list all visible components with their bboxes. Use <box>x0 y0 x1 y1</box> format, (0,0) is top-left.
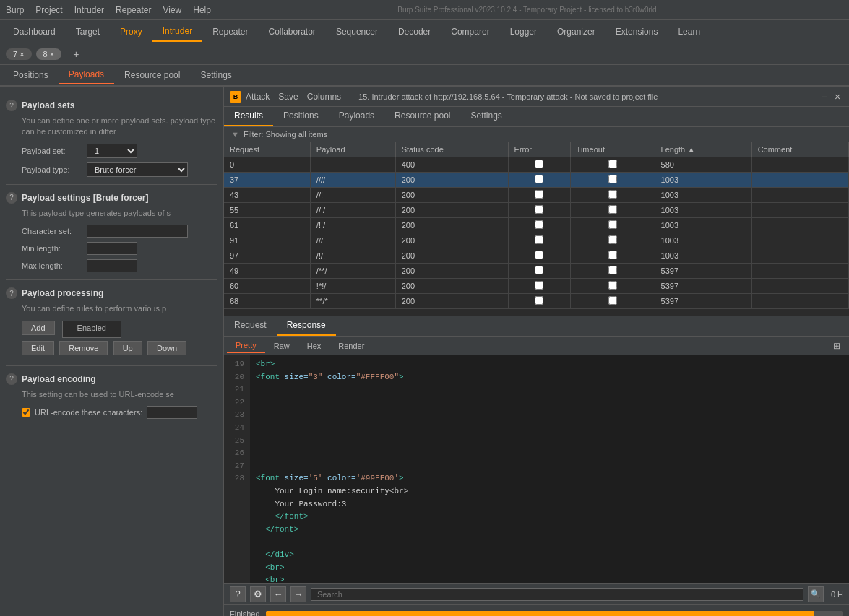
close-button[interactable]: × <box>835 92 843 101</box>
payload-type-select[interactable]: Brute forcer Simple list <box>87 162 188 177</box>
search-button[interactable]: 🔍 <box>808 586 824 602</box>
col-error[interactable]: Error <box>508 142 570 157</box>
max-length-input[interactable]: 4 <box>87 259 137 272</box>
tab-learn[interactable]: Learn <box>668 22 710 41</box>
search-input[interactable] <box>311 588 803 601</box>
attack-tab-results[interactable]: Results <box>224 107 273 126</box>
tab-proxy[interactable]: Proxy <box>110 22 152 41</box>
attack-menu-attack[interactable]: Attack <box>246 92 270 102</box>
minimize-button[interactable]: − <box>822 92 830 101</box>
attack-menu-save[interactable]: Save <box>278 92 298 102</box>
remove-rule-button[interactable]: Remove <box>59 341 108 355</box>
cell-timeout[interactable] <box>570 264 655 279</box>
payload-set-select[interactable]: 1 2 <box>87 144 137 158</box>
tab-target[interactable]: Target <box>66 22 110 41</box>
menu-burp[interactable]: Burp <box>6 5 24 15</box>
page-tab-8[interactable]: 8 × <box>36 48 62 60</box>
attack-tab-positions[interactable]: Positions <box>273 107 329 126</box>
tab-dashboard[interactable]: Dashboard <box>3 22 66 41</box>
col-request[interactable]: Request <box>224 142 310 157</box>
tab-extensions[interactable]: Extensions <box>605 22 668 41</box>
attack-tab-resource-pool[interactable]: Resource pool <box>384 107 460 126</box>
subtab-settings[interactable]: Settings <box>190 66 241 84</box>
cell-error[interactable] <box>508 264 570 279</box>
menu-intruder[interactable]: Intruder <box>74 5 104 15</box>
down-rule-button[interactable]: Down <box>147 341 186 355</box>
edit-rule-button[interactable]: Edit <box>22 341 54 355</box>
attack-tab-payloads[interactable]: Payloads <box>329 107 384 126</box>
col-payload[interactable]: Payload <box>310 142 395 157</box>
col-timeout[interactable]: Timeout <box>570 142 655 157</box>
col-length[interactable]: Length ▲ <box>655 142 751 157</box>
table-row[interactable]: 97 /!/! 200 1003 <box>224 248 849 264</box>
cell-error[interactable] <box>508 233 570 248</box>
up-rule-button[interactable]: Up <box>113 341 142 355</box>
table-row[interactable]: 0 400 580 <box>224 157 849 173</box>
col-status[interactable]: Status code <box>395 142 508 157</box>
col-comment[interactable]: Comment <box>751 142 848 157</box>
cell-timeout[interactable] <box>570 248 655 264</box>
table-row[interactable]: 49 /**/ 200 5397 <box>224 264 849 279</box>
cell-error[interactable] <box>508 218 570 233</box>
min-length-input[interactable]: 2 <box>87 242 137 255</box>
render-tab-hex[interactable]: Hex <box>298 339 330 352</box>
cell-timeout[interactable] <box>570 233 655 248</box>
cell-error[interactable] <box>508 279 570 294</box>
cell-timeout[interactable] <box>570 218 655 233</box>
subtab-positions[interactable]: Positions <box>3 66 59 84</box>
tab-decoder[interactable]: Decoder <box>388 22 441 41</box>
menu-view[interactable]: View <box>163 5 181 15</box>
render-options-icon[interactable]: ⊞ <box>827 339 846 352</box>
add-rule-button[interactable]: Add <box>22 321 55 335</box>
tab-intruder[interactable]: Intruder <box>152 22 202 42</box>
help-icon-btn[interactable]: ? <box>230 586 246 602</box>
cell-error[interactable] <box>508 294 570 309</box>
char-set-input[interactable]: /*! <box>87 225 188 238</box>
menu-project[interactable]: Project <box>35 5 62 15</box>
table-row[interactable]: 55 //!/ 200 1003 <box>224 203 849 218</box>
cell-timeout[interactable] <box>570 188 655 203</box>
cell-error[interactable] <box>508 173 570 188</box>
table-row[interactable]: 37 //// 200 1003 <box>224 173 849 188</box>
table-row[interactable]: 91 ///! 200 1003 <box>224 233 849 248</box>
back-button[interactable]: ← <box>270 586 286 602</box>
rr-tab-response[interactable]: Response <box>277 316 336 336</box>
url-encode-chars-input[interactable]: \^=<> <box>147 406 197 419</box>
cell-timeout[interactable] <box>570 203 655 218</box>
cell-timeout[interactable] <box>570 294 655 309</box>
cell-error[interactable] <box>508 203 570 218</box>
render-tab-pretty[interactable]: Pretty <box>227 339 265 353</box>
rr-tab-request[interactable]: Request <box>224 316 277 336</box>
cell-error[interactable] <box>508 157 570 173</box>
menu-help[interactable]: Help <box>193 5 211 15</box>
render-tab-raw[interactable]: Raw <box>265 339 298 352</box>
table-row[interactable]: 60 !*!/ 200 5397 <box>224 279 849 294</box>
attack-tab-settings[interactable]: Settings <box>460 107 512 126</box>
cell-error[interactable] <box>508 248 570 264</box>
table-row[interactable]: 68 **/* 200 5397 <box>224 294 849 309</box>
url-encode-checkbox[interactable] <box>22 408 30 417</box>
attack-menu-columns[interactable]: Columns <box>307 92 341 102</box>
cell-timeout[interactable] <box>570 279 655 294</box>
tab-collaborator[interactable]: Collaborator <box>259 22 326 41</box>
cell-timeout[interactable] <box>570 157 655 173</box>
cell-comment <box>751 264 848 279</box>
cell-error[interactable] <box>508 188 570 203</box>
add-tab-button[interactable]: + <box>66 44 86 64</box>
settings-icon-btn[interactable]: ⚙ <box>250 586 266 602</box>
forward-button[interactable]: → <box>290 586 306 602</box>
subtab-resource-pool[interactable]: Resource pool <box>114 66 190 84</box>
page-tab-7[interactable]: 7 × <box>6 48 32 60</box>
payload-settings-desc: This payload type generates payloads of … <box>22 208 217 219</box>
tab-comparer[interactable]: Comparer <box>441 22 499 41</box>
tab-organizer[interactable]: Organizer <box>547 22 605 41</box>
tab-logger[interactable]: Logger <box>500 22 547 41</box>
table-row[interactable]: 43 //! 200 1003 <box>224 188 849 203</box>
tab-sequencer[interactable]: Sequencer <box>326 22 388 41</box>
table-row[interactable]: 61 /!!/ 200 1003 <box>224 218 849 233</box>
menu-repeater[interactable]: Repeater <box>116 5 151 15</box>
cell-timeout[interactable] <box>570 173 655 188</box>
render-tab-render[interactable]: Render <box>329 339 373 352</box>
subtab-payloads[interactable]: Payloads <box>59 66 114 84</box>
tab-repeater[interactable]: Repeater <box>202 22 258 41</box>
